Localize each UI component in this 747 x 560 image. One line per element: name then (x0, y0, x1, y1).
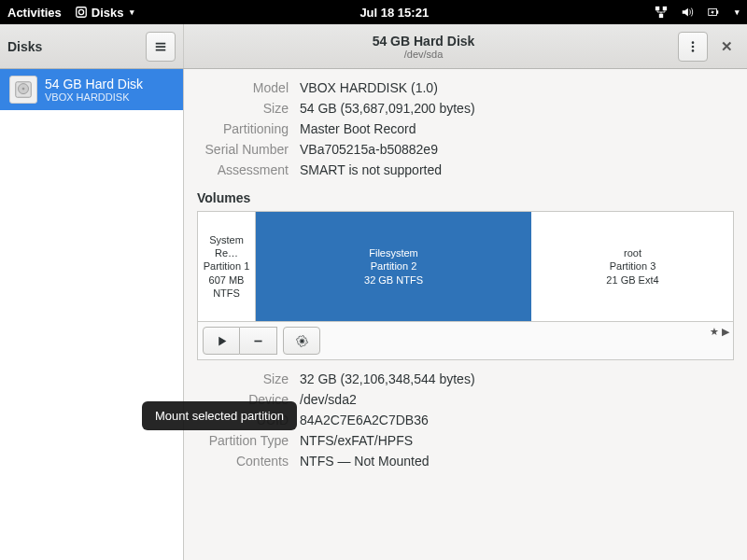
label-model: Model (197, 80, 300, 95)
svg-point-9 (692, 49, 695, 52)
volume-nav-icons: ★ ▶ (710, 326, 729, 338)
value-part-size: 32 GB (32,106,348,544 bytes) (300, 371, 734, 386)
disk-list-item[interactable]: 54 GB Hard Disk VBOX HARDDISK (0, 69, 183, 110)
disk-model: VBOX HARDDISK (45, 91, 143, 103)
value-model: VBOX HARDDISK (1.0) (300, 80, 734, 95)
volume-icon[interactable] (681, 6, 694, 19)
volume-3[interactable]: root Partition 3 21 GB Ext4 (532, 212, 733, 321)
svg-rect-0 (77, 7, 87, 18)
svg-rect-2 (655, 7, 659, 10)
value-assessment: SMART is not supported (300, 162, 734, 177)
mount-button[interactable] (203, 327, 240, 355)
chevron-down-icon: ▾ (735, 7, 740, 17)
headerbar: Disks 54 GB Hard Disk /dev/sda ✕ (0, 24, 747, 69)
value-part-device: /dev/sda2 (300, 392, 734, 407)
svg-point-1 (78, 9, 83, 14)
svg-rect-3 (663, 7, 667, 10)
label-part-contents: Contents (197, 454, 300, 469)
drive-options-button[interactable] (678, 32, 708, 62)
volume-1[interactable]: System Re… Partition 1 607 MB NTFS (198, 212, 256, 321)
svg-point-8 (692, 45, 695, 48)
minus-icon (252, 335, 264, 347)
partition-options-button[interactable] (283, 327, 320, 355)
disk-list: 54 GB Hard Disk VBOX HARDDISK (0, 69, 184, 560)
disk-name: 54 GB Hard Disk (45, 77, 143, 91)
content-pane: ModelVBOX HARDDISK (1.0) Size54 GB (53,6… (184, 69, 747, 560)
svg-point-14 (300, 339, 303, 343)
volume-strip: System Re… Partition 1 607 MB NTFS Files… (198, 212, 733, 322)
activities-button[interactable]: Activities (7, 6, 62, 20)
play-icon (216, 335, 228, 347)
label-partitioning: Partitioning (197, 121, 300, 136)
label-size: Size (197, 101, 300, 116)
value-part-contents: NTFS — Not Mounted (300, 454, 734, 469)
svg-rect-4 (659, 14, 663, 18)
label-serial: Serial Number (197, 142, 300, 157)
label-part-type: Partition Type (197, 433, 300, 448)
clock[interactable]: Jul 18 15:21 (134, 6, 655, 20)
value-partitioning: Master Boot Record (300, 121, 734, 136)
hamburger-icon (154, 40, 167, 53)
value-size: 54 GB (53,687,091,200 bytes) (300, 101, 734, 116)
volumes-heading: Volumes (197, 190, 734, 205)
value-part-type: NTFS/exFAT/HPFS (300, 433, 734, 448)
svg-point-7 (692, 41, 695, 44)
kebab-icon (686, 40, 699, 53)
label-part-size: Size (197, 371, 300, 386)
svg-point-12 (22, 88, 25, 91)
gear-icon (296, 335, 308, 347)
battery-icon[interactable] (707, 6, 720, 19)
volume-toolbar (198, 322, 733, 359)
disks-app-icon (75, 6, 88, 19)
svg-rect-6 (717, 10, 719, 14)
value-serial: VBa705215a-b50882e9 (300, 142, 734, 157)
app-menu[interactable]: Disks ▾ (75, 6, 134, 20)
svg-rect-13 (254, 340, 261, 342)
close-icon: ✕ (721, 38, 733, 55)
window-title: Disks (7, 39, 42, 54)
value-part-uuid: 84A2C7E6A2C7DB36 (300, 413, 734, 427)
volumes-panel: System Re… Partition 1 607 MB NTFS Files… (197, 211, 734, 360)
volume-2-selected[interactable]: Filesystem Partition 2 32 GB NTFS (256, 212, 532, 321)
page-subtitle: /dev/sda (404, 49, 444, 60)
delete-partition-button[interactable] (240, 327, 277, 355)
label-assessment: Assessment (197, 162, 300, 177)
page-title: 54 GB Hard Disk (373, 34, 475, 49)
hamburger-menu-button[interactable] (146, 32, 176, 62)
harddisk-icon (9, 76, 37, 104)
gnome-topbar: Activities Disks ▾ Jul 18 15:21 ▾ (0, 0, 747, 24)
network-icon[interactable] (655, 6, 668, 19)
tooltip: Mount selected partition (142, 401, 297, 430)
close-button[interactable]: ✕ (713, 34, 740, 60)
